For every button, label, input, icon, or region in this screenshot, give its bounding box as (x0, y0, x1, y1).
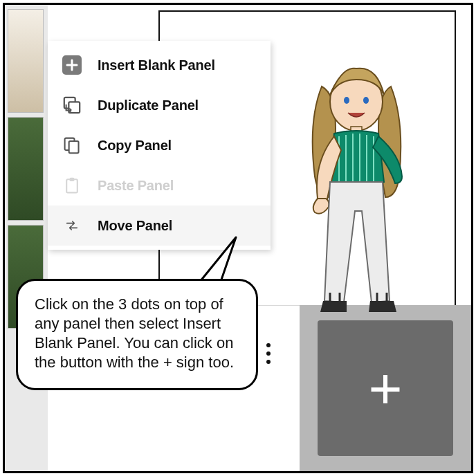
instruction-text: Click on the 3 dots on top of any panel … (16, 279, 258, 390)
svg-point-8 (344, 97, 349, 104)
dot-icon (266, 351, 271, 356)
menu-item-label: Paste Panel (98, 178, 174, 194)
clipboard-icon (62, 175, 82, 196)
plus-icon: + (368, 359, 402, 417)
menu-item-label: Duplicate Panel (98, 98, 199, 113)
copy-icon (62, 135, 82, 156)
panel-context-menu: Insert Blank Panel Duplicate Panel Cop (48, 41, 271, 250)
dot-icon (266, 360, 271, 364)
menu-insert-blank-panel[interactable]: Insert Blank Panel (48, 45, 271, 85)
guide-character (280, 59, 432, 322)
duplicate-icon (62, 95, 82, 116)
move-arrows-icon (62, 215, 82, 236)
menu-duplicate-panel[interactable]: Duplicate Panel (48, 85, 271, 125)
menu-item-label: Copy Panel (98, 138, 172, 154)
instruction-bubble: Click on the 3 dots on top of any panel … (16, 279, 258, 390)
menu-item-label: Move Panel (98, 218, 172, 234)
menu-item-label: Insert Blank Panel (98, 57, 215, 73)
thumbnail-column (5, 5, 48, 471)
thumbnail-panel[interactable] (8, 9, 44, 113)
bubble-tail-icon (194, 235, 243, 283)
menu-copy-panel[interactable]: Copy Panel (48, 125, 271, 165)
plus-square-icon (62, 55, 82, 75)
panel-options-button[interactable] (262, 338, 275, 369)
tutorial-frame: Insert Blank Panel Duplicate Panel Cop (3, 3, 473, 473)
svg-rect-5 (66, 179, 77, 192)
dot-icon (266, 343, 271, 347)
svg-rect-6 (70, 178, 75, 181)
svg-point-9 (363, 97, 369, 104)
thumbnail-panel[interactable] (8, 117, 44, 221)
svg-rect-4 (69, 141, 79, 153)
menu-paste-panel: Paste Panel (48, 165, 271, 205)
add-panel-area: + (300, 305, 471, 471)
add-panel-button[interactable]: + (318, 320, 453, 456)
